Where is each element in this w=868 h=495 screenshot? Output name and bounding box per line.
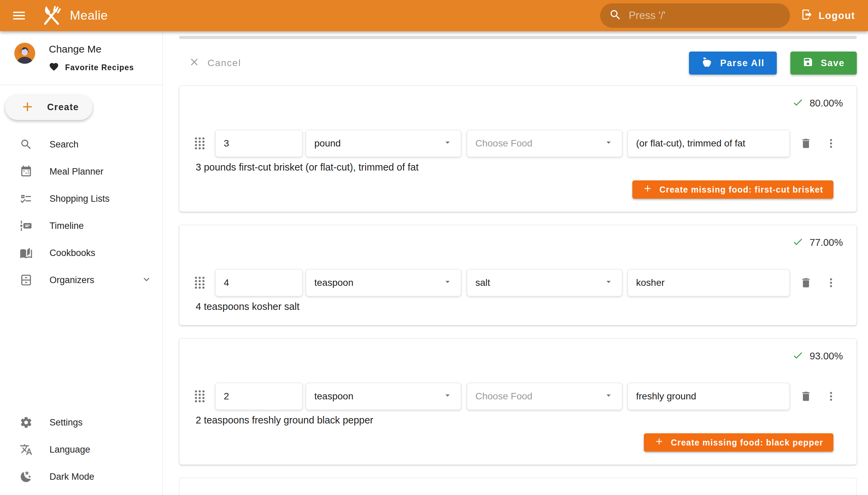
sidebar-item-label: Search (50, 139, 152, 150)
check-icon (792, 97, 804, 109)
save-button[interactable]: Save (790, 52, 857, 74)
unit-select[interactable]: teaspoon (306, 383, 461, 410)
delete-icon[interactable] (798, 135, 814, 152)
favorite-recipes-link[interactable]: Favorite Recipes (49, 62, 134, 73)
avatar[interactable] (14, 43, 35, 64)
caret-down-icon (442, 390, 453, 403)
note-input[interactable] (628, 130, 790, 157)
ingredient-fields-row: teaspoon salt (193, 269, 843, 296)
amount-input[interactable] (215, 383, 303, 410)
ingredient-card: 77.00% teaspoon salt (179, 225, 857, 325)
user-section: Change Me Favorite Recipes (0, 31, 163, 85)
delete-icon[interactable] (798, 275, 814, 291)
drawer-icon (19, 273, 33, 287)
apple-icon (701, 56, 713, 70)
gear-icon (19, 416, 33, 429)
check-icon (792, 236, 804, 249)
scrolled-element-edge (179, 36, 857, 39)
parse-all-button[interactable]: Parse All (689, 52, 777, 74)
food-select[interactable]: Choose Food (467, 130, 622, 157)
unit-select-value: teaspoon (314, 277, 353, 288)
check-icon (792, 349, 804, 362)
close-icon (188, 56, 200, 70)
create-button[interactable]: Create (5, 95, 92, 120)
sidebar-item-label: Meal Planner (50, 167, 152, 177)
save-icon (803, 57, 813, 70)
moon-icon (19, 470, 33, 483)
unit-select[interactable]: pound (306, 130, 461, 157)
create-label: Create (47, 102, 79, 113)
logout-button[interactable]: Logout (799, 5, 857, 27)
kebab-icon[interactable] (823, 388, 839, 405)
sidebar-menu: Search Meal Planner Shopping Lists (0, 131, 163, 294)
ingredient-card: 80.00% pound Choose Food (179, 85, 857, 212)
sidebar-item-label: Cookbooks (50, 248, 152, 258)
kebab-icon[interactable] (823, 275, 839, 291)
sidebar-item-shopping-lists[interactable]: Shopping Lists (0, 185, 163, 212)
ingredient-card-list: 80.00% pound Choose Food (179, 85, 857, 495)
confidence-value: 77.00% (810, 237, 843, 248)
sidebar-item-label: Organizers (50, 275, 124, 286)
note-input[interactable] (628, 269, 790, 296)
original-ingredient-text: 4 teaspoons kosher salt (195, 301, 843, 312)
search-icon (609, 8, 622, 23)
note-input[interactable] (628, 383, 790, 410)
confidence-value: 93.00% (810, 351, 843, 362)
app-bar: Mealie Logout (0, 0, 868, 31)
food-select[interactable]: salt (467, 269, 622, 296)
drag-handle-icon[interactable] (193, 386, 206, 407)
unit-select-value: pound (314, 138, 341, 149)
chevron-down-icon (141, 274, 152, 287)
sidebar-item-label: Dark Mode (50, 472, 152, 482)
amount-input[interactable] (215, 130, 303, 157)
sidebar-item-cookbooks[interactable]: Cookbooks (0, 239, 163, 267)
drag-handle-icon[interactable] (193, 133, 206, 154)
sidebar-item-timeline[interactable]: Timeline (0, 212, 163, 239)
food-select-value: salt (475, 277, 490, 288)
confidence-value: 80.00% (810, 98, 843, 109)
search-input[interactable] (628, 9, 787, 22)
magnifier-icon (19, 138, 33, 151)
sidebar-item-settings[interactable]: Settings (0, 409, 163, 436)
delete-icon[interactable] (798, 388, 814, 405)
sidebar-item-search[interactable]: Search (0, 131, 163, 158)
food-select-value: Choose Food (475, 138, 532, 149)
sidebar-item-meal-planner[interactable]: Meal Planner (0, 158, 163, 185)
food-select[interactable]: Choose Food (467, 383, 622, 410)
plus-icon (654, 436, 664, 448)
sidebar-item-organizers[interactable]: Organizers (0, 267, 163, 294)
caret-down-icon (603, 137, 614, 150)
editor-toolbar: Cancel Parse All Save (179, 52, 857, 74)
caret-down-icon (603, 390, 614, 403)
sidebar-item-language[interactable]: Language (0, 436, 163, 463)
search-bar[interactable] (600, 3, 790, 28)
missing-food-row: Create missing food: first-cut brisket (193, 181, 843, 199)
app-logo-icon[interactable] (40, 4, 62, 27)
kebab-icon[interactable] (823, 135, 839, 152)
unit-select[interactable]: teaspoon (306, 269, 461, 296)
main-content: Cancel Parse All Save 80.00% (163, 31, 868, 495)
drag-handle-icon[interactable] (193, 273, 206, 293)
app-title: Mealie (70, 8, 108, 23)
plus-icon (643, 184, 653, 195)
sidebar-item-dark-mode[interactable]: Dark Mode (0, 463, 163, 490)
checklist-icon (19, 192, 33, 205)
translate-icon (19, 443, 33, 456)
cancel-button[interactable]: Cancel (188, 56, 241, 70)
timeline-icon (19, 219, 33, 233)
open-book-icon (19, 246, 33, 260)
unit-select-value: teaspoon (314, 391, 353, 402)
original-ingredient-text: 3 pounds first-cut brisket (or flat-cut)… (195, 162, 843, 173)
plus-icon (20, 99, 35, 116)
create-missing-food-button[interactable]: Create missing food: black pepper (644, 433, 833, 451)
caret-down-icon (603, 277, 614, 289)
ingredient-card: 93.00% teaspoon Choose Food (179, 338, 857, 465)
menu-icon[interactable] (10, 7, 28, 24)
amount-input[interactable] (215, 269, 303, 296)
sidebar-item-label: Timeline (50, 221, 152, 231)
sidebar: Change Me Favorite Recipes Create S (0, 31, 163, 495)
mealie-app: Mealie Logout (0, 0, 868, 495)
user-name: Change Me (49, 44, 134, 55)
food-select-value: Choose Food (475, 391, 532, 402)
create-missing-food-button[interactable]: Create missing food: first-cut brisket (632, 181, 833, 199)
